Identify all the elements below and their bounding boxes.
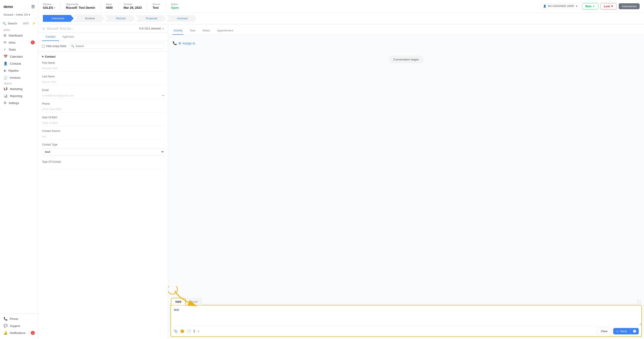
clear-button[interactable]: Clear [597,328,612,334]
won-label: Won [585,4,592,8]
nav-prev-arrow[interactable]: ◀ [42,27,44,30]
sms-tabs-row: SMS Email ⛶ [170,298,642,305]
account-selector[interactable]: Account -- Irvine, CA ▾ [0,12,38,19]
divider5 [166,2,166,10]
user-icon: 👤 [543,4,546,8]
assign-to-button[interactable]: 📞 ⊕ Assign to [172,39,195,47]
tab-activity[interactable]: Activity [172,27,183,35]
template-icon[interactable]: 📄 [187,329,191,333]
hamburger-icon[interactable]: ☰ [31,4,35,9]
sidebar-item-label: Phone [10,317,18,320]
tools-section-label: Tools [0,81,38,85]
lost-x-icon: ✕ [611,4,613,8]
type-value: lead customer prospect [42,147,164,157]
stage-proposal[interactable]: Proposal [135,15,166,22]
account-label: Account -- Irvine, CA [4,13,28,16]
marketing-icon: 📢 [4,87,8,91]
expand-compose-icon[interactable]: ⛶ [638,300,640,304]
contact-name-display: Russell Test De... [47,26,74,30]
sms-tab-label: SMS [175,300,182,304]
stage-booked[interactable]: Booked [74,15,104,22]
first-name-label: First Name [42,61,164,64]
email-edit-icon[interactable]: ✏ [162,94,164,97]
sidebar-logo: demo ☰ [0,3,38,12]
sidebar-item-dashboard[interactable]: ⊞ Dashboard [0,32,38,39]
sidebar-item-pipeline[interactable]: ◈ Pipeline [0,67,38,74]
status-value: Open [171,6,179,10]
sidebar-item-calendars[interactable]: 📅 Calendars [0,53,38,60]
attach-icon[interactable]: 📎 [174,329,178,333]
sidebar-item-label: Settings [8,101,19,105]
nav-next-arrow[interactable]: ▶ [162,27,164,30]
value-section: Value 4500 [106,3,112,10]
won-button[interactable]: Won ✓ [582,3,598,10]
lost-button[interactable]: Lost ✕ [600,3,616,10]
pipeline-value: SALES ▾ [43,6,55,10]
sidebar-item-settings[interactable]: ⚙ Settings [0,99,38,106]
sidebar-item-label: Contacts [10,62,21,65]
sidebar-item-support[interactable]: 💬 Support [0,322,38,329]
sidebar-item-phone[interactable]: 📞 Phone [0,315,38,322]
stage-label: Booked [85,17,95,20]
sidebar-item-marketing[interactable]: 📢 Marketing [0,85,38,92]
sms-textarea[interactable]: test [171,305,641,325]
contact-section-header[interactable]: ▾ Contact [42,55,164,58]
email-tab[interactable]: Email [186,298,202,305]
sidebar-item-notifications[interactable]: 🔔 Notifications 6 [0,329,38,336]
contact-search-input[interactable] [76,45,162,48]
contacts-icon: 👤 [4,62,8,66]
money-icon[interactable]: $ [193,329,195,333]
search-shortcut: ctrl K [22,22,30,25]
field-dob: Date Of Birth Date of Birth [42,116,164,126]
tab-agencies[interactable]: Agencies [59,33,78,41]
pipeline-dropdown-arrow[interactable]: ▾ [54,6,55,9]
tab-task[interactable]: Task [189,27,196,35]
contact-search-field[interactable]: 🔍 [68,43,164,49]
source-label: Source [152,3,160,6]
selection-info: 9 of 1011 selected [139,27,161,30]
sidebar-item-reporting[interactable]: 📊 Reporting [0,92,38,99]
send-button[interactable]: ▷ Send [613,328,630,334]
sidebar-item-label: Invoices [10,76,20,79]
app-name: demo [4,5,13,9]
field-email: Email russelldemin@gmail.com ✏ [42,88,164,99]
tab-task-label: Task [190,29,196,32]
tab-contact[interactable]: Contact [42,33,59,41]
pipeline-icon: ◈ [4,68,6,72]
type-select[interactable]: lead customer prospect [42,148,164,155]
left-panel-tabs: Contact Agencies [38,33,168,41]
abandoned-button[interactable]: Abandoned [619,3,640,9]
settings-icon: ⚙ [4,101,6,105]
plus-toolbar-icon[interactable]: + [198,329,200,333]
stage-invoiced[interactable]: Invoiced [166,15,197,22]
divider4 [147,2,147,10]
main-area: Pipeline SALES ▾ Opportunity Russell- Te… [38,0,644,339]
hide-empty-btn[interactable]: Hide empty fields [42,45,66,48]
divider2 [100,2,100,10]
tab-appointment-label: Appointment [217,29,233,32]
last-name-value: Demin Test [42,79,164,85]
sidebar-item-label: Pipeline [8,69,18,72]
sidebar-item-inbox[interactable]: ✉ Inbox 1 [0,39,38,46]
tab-appointment[interactable]: Appointment [216,27,234,35]
emoji-icon[interactable]: 😊 [180,329,184,333]
clear-label: Clear [601,330,608,333]
search-bar[interactable]: 🔍 Search ctrl K ⚡ [0,20,38,26]
left-panel: ◀ Russell Test De... 9 of 1011 selected … [38,24,168,339]
sidebar-item-invoices[interactable]: 🧾 Invoices [0,74,38,81]
created-value: Mar 29, 2023 [124,6,142,10]
user-assign-dropdown[interactable]: 👤 NO ASSIGNED USER. ▾ [541,3,580,9]
sms-tab[interactable]: SMS [171,298,186,305]
hide-empty-checkbox[interactable] [42,45,45,48]
stage-interested[interactable]: Interested [43,15,74,22]
divider [60,2,61,10]
tab-notes[interactable]: Notes [202,27,211,35]
send-label: Send [620,330,627,333]
send-schedule-button[interactable]: 🕐 [630,328,639,334]
stage-pitched[interactable]: Pitched [104,15,135,22]
sidebar-item-tasks[interactable]: ✓ Tasks [0,46,38,53]
type-label: Contact Type [42,143,164,146]
user-dropdown-arrow: ▾ [576,4,578,8]
sidebar-item-contacts[interactable]: 👤 Contacts [0,60,38,67]
apps-section-label: Apps [0,28,38,32]
